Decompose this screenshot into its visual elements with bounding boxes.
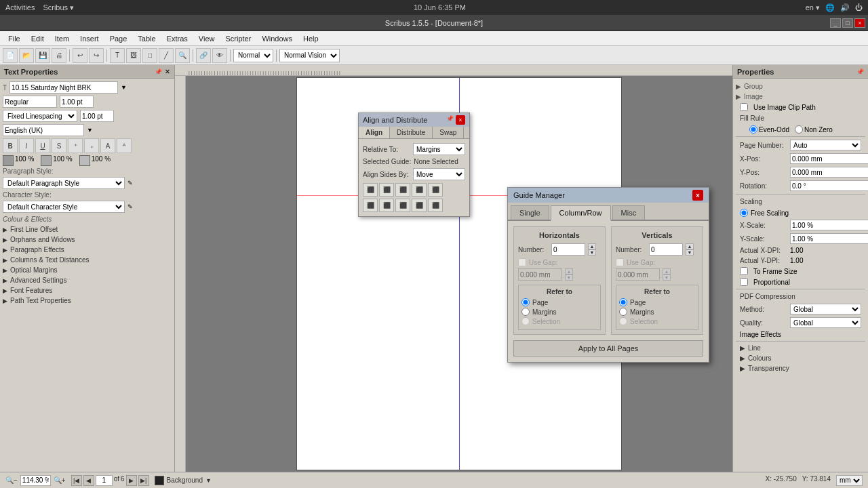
char-style-edit-icon[interactable]: ✎ [127,203,133,210]
link-tool[interactable]: 🔗 [196,48,211,63]
h-selection-radio[interactable] [521,317,530,325]
menu-page[interactable]: Page [104,33,133,44]
quality-select[interactable]: Global [790,317,861,328]
align-extra4-btn[interactable]: ⬛ [428,199,443,212]
font-name-input[interactable] [9,81,118,94]
power-icon[interactable]: ⏻ [855,3,863,12]
to-frame-size-checkbox[interactable] [740,267,748,275]
underline-btn[interactable]: U [35,138,50,153]
h-spin-up[interactable]: ▲ [588,243,596,249]
tab-align[interactable]: Align [359,127,390,138]
page-number-select[interactable]: Auto [790,140,861,150]
align-left-btn[interactable]: ⬛ [363,183,378,197]
v-spin-down[interactable]: ▼ [686,249,694,256]
line-spacing-input[interactable] [80,110,114,122]
unit-select[interactable]: mm [836,475,863,486]
zoom-input[interactable] [20,475,51,486]
canvas-area[interactable]: | | | | | | | | | | | | | | | | | | | | … [175,65,732,472]
lang-dropdown-icon[interactable]: ▼ [87,127,93,134]
strikethrough-btn[interactable]: S [52,138,66,153]
first-page-btn[interactable]: |◀ [71,475,82,486]
align-bottom-btn[interactable]: ⬛ [363,199,378,212]
line-section[interactable]: ▶ Line [736,343,865,353]
language-input[interactable] [3,124,84,136]
align-extra2-btn[interactable]: ⬛ [395,199,410,212]
redo-button[interactable]: ↪ [89,48,104,63]
activities-label[interactable]: Activities [5,3,35,12]
x-pos-input[interactable] [790,153,868,164]
guide-tab-misc[interactable]: Misc [612,205,646,220]
use-clip-path-checkbox[interactable] [740,103,748,111]
volume-icon[interactable]: 🔊 [840,3,850,12]
h-page-radio[interactable] [521,298,530,306]
v-spin-up[interactable]: ▲ [686,243,694,249]
paragraph-style-select[interactable]: Default Paragraph Style [3,177,125,189]
maximize-button[interactable]: □ [842,18,853,28]
font-dropdown-icon[interactable]: ▼ [121,84,127,91]
proportional-checkbox[interactable] [740,278,748,286]
path-text-row[interactable]: ▶ Path Text Properties [3,296,172,306]
transparency-section[interactable]: ▶ Transparency [736,363,865,373]
menu-insert[interactable]: Insert [75,33,104,44]
v-number-input[interactable] [649,243,683,256]
even-odd-radio[interactable] [749,125,757,134]
superscript-btn[interactable]: ⁺ [68,138,83,153]
app-name[interactable]: Scribus ▾ [43,3,74,12]
h-number-spinner[interactable]: ▲ ▼ [588,243,596,256]
menu-view[interactable]: View [193,33,220,44]
smallcaps-btn[interactable]: ᴬ [117,138,132,153]
align-top-btn[interactable]: ⬛ [412,183,427,197]
eye-tool[interactable]: 👁 [212,48,227,63]
align-dialog-header[interactable]: Align and Distribute 📌 × [359,113,469,127]
h-use-gap-checkbox[interactable] [518,258,526,266]
close-panel-icon[interactable]: ✕ [165,68,170,75]
para-style-edit-icon[interactable]: ✎ [127,180,133,186]
menu-extras[interactable]: Extras [161,33,193,44]
print-button[interactable]: 🖨 [52,48,66,63]
align-sides-select[interactable]: Move [413,168,465,180]
line-spacing-select[interactable]: Fixed Linespacing [3,110,77,122]
menu-windows[interactable]: Windows [256,33,298,44]
last-page-btn[interactable]: ▶| [138,475,149,486]
minimize-button[interactable]: _ [830,18,841,28]
undo-button[interactable]: ↩ [73,48,87,63]
align-right-btn[interactable]: ⬛ [395,183,410,197]
text-tool[interactable]: T [110,48,125,63]
align-dialog-close[interactable]: × [456,115,465,125]
zoom-tool[interactable]: 🔍 [175,48,190,63]
align-extra1-btn[interactable]: ⬛ [379,199,394,212]
relative-to-select[interactable]: Margins Page Selection [413,143,465,155]
guide-dialog-header[interactable]: Guide Manager × [508,188,709,203]
open-button[interactable]: 📂 [19,48,34,63]
color-swatch-2[interactable] [41,155,52,166]
pin-icon[interactable]: 📌 [155,68,162,75]
menu-file[interactable]: File [3,33,26,44]
h-number-input[interactable] [551,243,585,256]
prev-page-btn[interactable]: ◀ [83,475,94,486]
v-selection-radio[interactable] [619,317,627,325]
next-page-btn[interactable]: ▶ [126,475,137,486]
zoom-out-icon[interactable]: 🔍− [5,476,18,484]
lang-selector[interactable]: en ▾ [806,3,820,12]
character-style-select[interactable]: Default Character Style [3,201,125,213]
new-button[interactable]: 📄 [3,48,18,63]
line-tool[interactable]: ╱ [159,48,174,63]
color-swatch-3[interactable] [79,155,90,166]
method-select[interactable]: Global [790,304,861,314]
h-spin-down[interactable]: ▼ [588,249,596,256]
menu-help[interactable]: Help [298,33,324,44]
align-middle-btn[interactable]: ⬛ [428,183,443,197]
advanced-settings-row[interactable]: ▶ Advanced Settings [3,275,172,285]
optical-margins-row[interactable]: ▶ Optical Margins [3,265,172,275]
rotation-input[interactable] [790,180,868,191]
tab-swap[interactable]: Swap [433,127,464,138]
h-margins-radio[interactable] [521,308,530,316]
group-arrow-icon[interactable]: ▶ [736,83,741,90]
shape-tool[interactable]: □ [142,48,157,63]
guide-tab-columnrow[interactable]: Column/Row [551,205,611,221]
font-size-input[interactable] [60,96,94,108]
apply-all-pages-button[interactable]: Apply to All Pages [513,340,703,357]
guide-dialog-close[interactable]: × [692,190,703,201]
colours-section[interactable]: ▶ Colours [736,353,865,363]
free-scaling-radio[interactable] [740,209,748,217]
